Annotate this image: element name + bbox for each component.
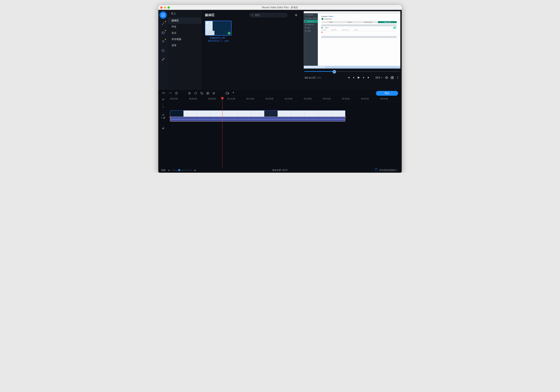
clip-properties-button[interactable] (212, 92, 215, 95)
skip-end-button[interactable] (367, 76, 370, 79)
upper-pane: 导入 媒体区 声音 音乐 库存视频 背景 媒体区 查找 (158, 10, 402, 89)
playhead[interactable] (222, 97, 222, 167)
notification-dot (165, 39, 166, 40)
svg-rect-12 (162, 114, 163, 116)
video-track[interactable] (168, 109, 402, 123)
tool-column (158, 10, 168, 89)
ruler-tick: 00:32:00 (323, 98, 331, 100)
marker-button[interactable] (232, 92, 235, 95)
timeline-body[interactable]: 00:00:0000:04:0000:08:0000:12:0000:16:00… (168, 97, 402, 167)
zoom-slider[interactable] (172, 170, 192, 170)
play-button[interactable] (357, 76, 360, 79)
nav-item-backgrounds[interactable]: 背景 (168, 42, 201, 49)
titles-tool-button[interactable] (160, 38, 167, 45)
ruler-tick: 00:00:00 (170, 98, 178, 100)
scrub-knob[interactable] (333, 70, 336, 73)
preview-menu-button[interactable] (396, 76, 399, 79)
svg-rect-11 (226, 92, 228, 95)
preview-scrubber[interactable] (302, 69, 402, 74)
timeline-tracks (168, 102, 402, 130)
nav-item-media[interactable]: 媒体区 (168, 18, 201, 24)
more-tools-button[interactable] (160, 56, 167, 63)
notification-dot (165, 21, 166, 22)
clip-handle-left[interactable] (170, 116, 171, 118)
media-header: 媒体区 查找 (205, 12, 299, 18)
ruler-tick: 00:28:00 (304, 98, 311, 100)
plus-icon (294, 13, 298, 17)
import-tool-button[interactable] (160, 11, 167, 19)
zoom-control: 缩放: (161, 169, 196, 172)
crop-button[interactable] (200, 92, 203, 95)
nav-item-music[interactable]: 音乐 (168, 30, 201, 36)
nav-item-stock[interactable]: 库存视频 (168, 36, 201, 42)
add-track-button[interactable] (162, 97, 165, 102)
delete-button[interactable] (175, 92, 178, 95)
clip-handle-right[interactable] (345, 116, 346, 118)
audio-clip[interactable] (170, 117, 345, 122)
notification-dot (165, 30, 166, 31)
stickers-tool-button[interactable] (160, 47, 167, 54)
audio-track-header[interactable]: ♪🔊 (162, 123, 164, 130)
undo-button[interactable] (162, 91, 166, 95)
minimize-window-button[interactable] (164, 6, 166, 9)
project-length: 项目长度: 36:37 (272, 169, 288, 172)
ruler-tick: 00:08:00 (208, 98, 216, 100)
spinner-icon (375, 168, 378, 172)
search-input[interactable]: 查找 (249, 13, 288, 18)
zoom-knob[interactable] (178, 169, 180, 171)
scrub-fill (304, 71, 334, 72)
zoom-label: 缩放: (161, 169, 166, 172)
video-clip[interactable] (170, 110, 345, 117)
aspect-ratio-selector[interactable]: 16:9 (375, 76, 383, 79)
import-nav: 导入 媒体区 声音 音乐 库存视频 背景 (168, 10, 201, 89)
zoom-out-icon[interactable] (168, 169, 170, 171)
svg-point-7 (398, 78, 398, 79)
window-title: Movavi Video Editor Plus - 新项目 (158, 6, 402, 9)
search-placeholder: 查找 (255, 13, 260, 17)
add-track-icon (162, 98, 165, 101)
filters-tool-button[interactable] (160, 20, 167, 28)
text-track[interactable] (168, 102, 402, 109)
zoom-in-icon[interactable] (193, 169, 196, 171)
music-track[interactable] (168, 123, 402, 130)
video-track-header[interactable]: 👁 🔊 (161, 109, 166, 123)
chevron-down-icon (381, 77, 383, 78)
scrub-track[interactable] (304, 71, 400, 72)
timeline-ruler[interactable]: 00:00:0000:04:0000:08:0000:12:0000:16:00… (168, 97, 402, 102)
media-title: 媒体区 (205, 13, 215, 17)
checkmark-icon: ✓ (228, 32, 230, 35)
transitions-tool-button[interactable] (160, 29, 167, 36)
export-button[interactable]: 导出 (376, 91, 398, 96)
svg-point-2 (252, 14, 253, 15)
app-body: 导入 媒体区 声音 音乐 库存视频 背景 媒体区 查找 (158, 10, 402, 173)
split-button[interactable] (188, 92, 191, 95)
redo-button[interactable] (168, 91, 172, 95)
record-button[interactable] (226, 91, 229, 95)
rotate-button[interactable] (194, 92, 197, 95)
sticker-icon (161, 49, 165, 52)
ruler-tick: 00:40:00 (361, 98, 369, 100)
nav-item-sounds[interactable]: 声音 (168, 24, 201, 30)
import-plus-icon (161, 13, 165, 17)
status-bar: 缩放: 项目长度: 36:37 正在优化高清短片… (158, 167, 402, 173)
preview-canvas[interactable]: Dashboard Hosting + Expose Domain List P… (303, 11, 400, 69)
media-clip-name: 正确的科学上网： 曾安全无后门！..mp4 (205, 36, 231, 42)
ruler-tick: 00:24:00 (285, 98, 292, 100)
snapshot-button[interactable] (390, 76, 394, 79)
maximize-window-button[interactable] (168, 6, 170, 9)
add-media-button[interactable] (293, 12, 299, 18)
ruler-tick: 00:04:00 (189, 98, 197, 100)
step-forward-button[interactable] (362, 76, 365, 79)
preview-browser-main: Domains › Details uuuyyyy.site Domain Pr… (318, 13, 400, 66)
media-panel: 媒体区 查找 ✓ 正确的科学上网： (201, 10, 302, 89)
transition-icon (161, 31, 165, 34)
svg-point-4 (392, 77, 393, 78)
close-window-button[interactable] (160, 6, 162, 9)
step-back-button[interactable] (352, 76, 355, 79)
text-track-header[interactable]: T⁅⁆ (162, 102, 164, 109)
skip-start-button[interactable] (347, 76, 350, 79)
volume-button[interactable] (385, 76, 389, 79)
color-adjust-button[interactable] (206, 92, 210, 95)
media-clip[interactable]: ✓ 正确的科学上网： 曾安全无后门！..mp4 (205, 21, 231, 42)
waveform (170, 117, 345, 121)
